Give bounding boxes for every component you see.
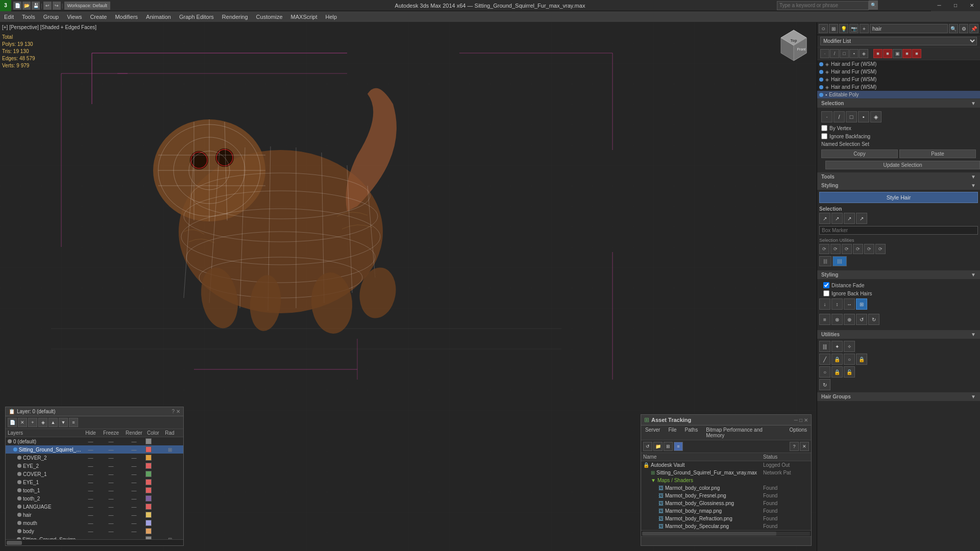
sty2-icon-9[interactable]: ↻ <box>868 314 879 325</box>
asset-menu-options[interactable]: Options <box>786 426 811 439</box>
mod-icon-select-edge[interactable]: / <box>830 49 839 58</box>
distance-fade-checkbox[interactable] <box>823 282 829 288</box>
util-sty-6[interactable]: ○ <box>844 354 855 365</box>
layers-close-btn[interactable]: ✕ <box>176 409 180 414</box>
layer-row-tooth2[interactable]: tooth_2 ——— <box>6 494 183 503</box>
modifier-editable-poly[interactable]: ▪ Editable Poly <box>817 91 980 98</box>
util-icon-1[interactable]: ⟳ <box>819 244 829 254</box>
layers-scrollbar[interactable] <box>6 539 183 545</box>
update-selection-btn[interactable]: Update Selection <box>825 161 980 169</box>
rp-icon-search[interactable]: 🔍 <box>949 24 958 33</box>
util-sty-7[interactable]: 🔒 <box>856 354 867 365</box>
layer-row-hair[interactable]: hair ——— <box>6 511 183 519</box>
sty2-icon-5[interactable]: ≡ <box>819 314 830 325</box>
tools-section-header[interactable]: Tools ▼ <box>817 172 980 181</box>
menu-create[interactable]: Create <box>86 13 111 21</box>
layers-tool-add[interactable]: + <box>28 418 37 427</box>
selection-section-header[interactable]: Selection ▼ <box>817 99 980 108</box>
sel-mode-poly[interactable]: ▪ <box>858 111 869 122</box>
asset-row-maxfile[interactable]: ⊞ Sitting_Ground_Squirrel_Fur_max_vray.m… <box>641 469 811 477</box>
sty2-icon-3[interactable]: ↔ <box>844 298 855 310</box>
styling2-section-header[interactable]: Styling ▼ <box>817 270 980 279</box>
sty2-icon-4[interactable]: ⊞ <box>856 298 867 310</box>
asset-row-vault[interactable]: 🔒 Autodesk Vault Logged Out <box>641 461 811 469</box>
sty2-icon-6[interactable]: ⊗ <box>831 314 843 325</box>
redo-btn[interactable]: ↪ <box>53 2 61 10</box>
asset-tool-expand[interactable]: ⊞ <box>664 442 673 451</box>
menu-help[interactable]: Help <box>322 13 341 21</box>
asset-tool-folder[interactable]: 📁 <box>653 442 663 451</box>
layers-tool-move-down[interactable]: ▼ <box>59 418 68 427</box>
asset-restore-btn[interactable]: □ <box>799 417 802 423</box>
asset-row-maps-folder[interactable]: ▼ Maps / Shaders <box>641 477 811 484</box>
modifier-hair-fur-4[interactable]: ◈ Hair and Fur (WSM) <box>817 83 980 91</box>
asset-close-btn[interactable]: ✕ <box>804 417 808 423</box>
menu-animation[interactable]: Animation <box>142 13 175 21</box>
sel-mode-element[interactable]: ◈ <box>870 111 881 122</box>
mod-icon-red1[interactable]: ■ <box>873 49 883 58</box>
util-sty-4[interactable]: ╱ <box>819 354 830 365</box>
open-btn[interactable]: 📂 <box>22 2 31 10</box>
sel-mode-vertex[interactable]: · <box>821 111 832 122</box>
layer-row-squirrel-fur[interactable]: Sitting_Ground_Squirrel_Fur ——— ⊞ <box>6 445 183 454</box>
layer-row-eye2[interactable]: EYE_2 ——— <box>6 462 183 470</box>
sty2-icon-8[interactable]: ↺ <box>856 314 867 325</box>
layers-help-btn[interactable]: ? <box>172 409 175 414</box>
util-icon-7[interactable]: ||| <box>819 256 831 266</box>
rp-icon-settings[interactable]: ⚙ <box>959 24 968 33</box>
util-icon-4[interactable]: ⟳ <box>853 244 863 254</box>
util-icon-5[interactable]: ⟳ <box>864 244 874 254</box>
mod-icon-select-poly[interactable]: ▪ <box>849 49 859 58</box>
rp-icon-sphere[interactable]: ○ <box>819 24 828 33</box>
layer-row-squirrel-fur2[interactable]: Sitting_Ground_Squirrel_Fur ——— ⊞ <box>6 535 183 539</box>
menu-group[interactable]: Group <box>39 13 63 21</box>
asset-row-map-fresnel[interactable]: 🖼 Marmot_body_Fresnel.png Found <box>641 492 811 499</box>
layer-row-tooth1[interactable]: tooth_1 ——— <box>6 486 183 494</box>
view-cube[interactable]: Top Front <box>776 28 812 63</box>
rp-icon-camera[interactable]: 📷 <box>849 24 859 33</box>
util-icon-2[interactable]: ⟳ <box>830 244 841 254</box>
asset-tool-close[interactable]: ✕ <box>800 442 809 451</box>
modifier-hair-fur-2[interactable]: ◈ Hair and Fur (WSM) <box>817 68 980 76</box>
util-sty-9[interactable]: 🔒 <box>831 366 843 378</box>
rp-icon-light[interactable]: 💡 <box>839 24 848 33</box>
modifier-search-input[interactable] <box>870 24 948 33</box>
layers-tool-move-up[interactable]: ▲ <box>48 418 58 427</box>
menu-tools[interactable]: Tools <box>18 13 39 21</box>
save-btn[interactable]: 💾 <box>32 2 40 10</box>
mod-icon-select-border[interactable]: □ <box>840 49 849 58</box>
util-icon-6[interactable]: ⟳ <box>875 244 886 254</box>
layers-tool-select[interactable]: ◈ <box>38 418 47 427</box>
asset-row-map-color[interactable]: 🖼 Marmot_body_color.png Found <box>641 484 811 492</box>
util-icon-3[interactable]: ⟳ <box>842 244 852 254</box>
sty2-icon-1[interactable]: ↓ <box>819 298 830 310</box>
undo-btn[interactable]: ↩ <box>43 2 52 10</box>
menu-edit[interactable]: Edit <box>0 13 18 21</box>
mod-icon-select-vertex[interactable]: · <box>820 49 829 58</box>
hair-groups-section-header[interactable]: Hair Groups ▼ <box>817 392 980 401</box>
asset-tool-help[interactable]: ? <box>790 442 799 451</box>
rp-icon-helper[interactable]: + <box>860 24 869 33</box>
asset-minimize-btn[interactable]: ─ <box>794 417 798 423</box>
layers-tool-new[interactable]: 📄 <box>8 418 17 427</box>
asset-menu-file[interactable]: File <box>664 426 680 439</box>
asset-row-map-refraction[interactable]: 🖼 Marmot_body_Refraction.png Found <box>641 515 811 522</box>
styling-section-header[interactable]: Styling ▼ <box>817 181 980 190</box>
menu-views[interactable]: Views <box>63 13 86 21</box>
modifier-hair-fur-1[interactable]: ◈ Hair and Fur (WSM) <box>817 60 980 68</box>
mod-icon-select-element[interactable]: ◈ <box>859 49 868 58</box>
rp-icon-pin[interactable]: 📌 <box>969 24 978 33</box>
asset-menu-paths[interactable]: Paths <box>681 426 702 439</box>
layer-row-cover1[interactable]: COVER_1 ——— <box>6 470 183 478</box>
sty-sel-3[interactable]: ↗ <box>844 213 855 224</box>
util-sty-5[interactable]: 🔒 <box>831 354 843 365</box>
sty-sel-1[interactable]: ↗ <box>819 213 830 224</box>
util-sty-11[interactable]: ↻ <box>819 379 830 390</box>
layer-row-body[interactable]: body ——— <box>6 527 183 535</box>
sty2-icon-2[interactable]: ↕ <box>831 298 843 310</box>
mod-icon-red2[interactable]: ■ <box>883 49 892 58</box>
layer-row-default[interactable]: 0 (default) ——— <box>6 437 183 445</box>
sel-mode-edge[interactable]: / <box>834 111 845 122</box>
asset-row-map-glossiness[interactable]: 🖼 Marmot_body_Glossiness.png Found <box>641 499 811 507</box>
rp-icon-grid[interactable]: ⊞ <box>829 24 838 33</box>
